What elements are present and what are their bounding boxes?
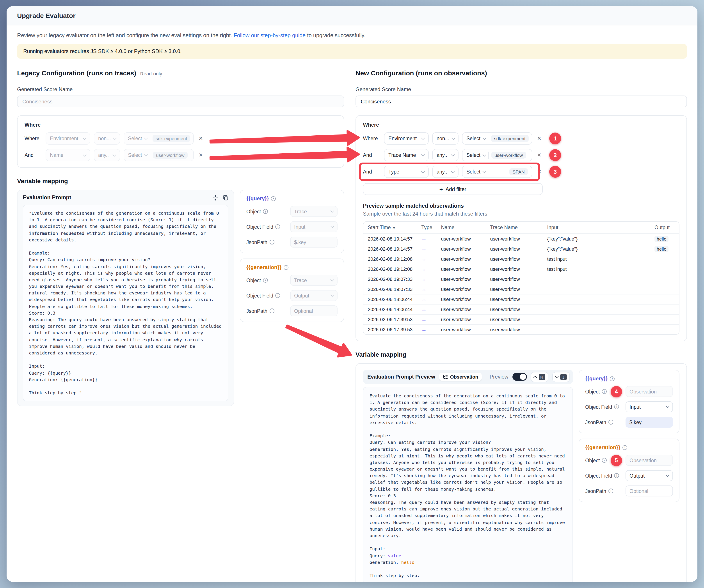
legacy-heading: Legacy Configuration (runs on traces) bbox=[17, 69, 136, 77]
column-header-output[interactable]: Output bbox=[650, 222, 679, 234]
value-select[interactable]: Selectsdk-experiment bbox=[462, 132, 532, 145]
next-shortcut-button[interactable]: J bbox=[552, 372, 570, 382]
intro-text: Review your legacy evaluator on the left… bbox=[17, 32, 687, 39]
observation-row[interactable]: 2026-02-08 19:07:33 ↔ user-workflow user… bbox=[363, 284, 679, 294]
column-select[interactable]: Type bbox=[384, 166, 429, 178]
object-field-select[interactable]: Output bbox=[626, 470, 673, 481]
jsonpath-input[interactable]: $.key bbox=[626, 417, 673, 428]
legacy-prompt-text: "Evaluate the conciseness of the generat… bbox=[29, 210, 222, 396]
legacy-where-box: Where Where Environment non... Selectsdk… bbox=[17, 115, 344, 168]
observation-type-icon: ↔ bbox=[421, 276, 426, 282]
new-variable-panels: {{query}} Object 4 Observation Object Fi… bbox=[579, 370, 680, 502]
chevron-down-icon bbox=[421, 136, 425, 140]
remove-filter-icon bbox=[197, 135, 204, 141]
operator-select[interactable]: any.. bbox=[432, 149, 459, 161]
value-select[interactable]: SelectSPAN bbox=[462, 166, 532, 178]
annotation-badge-5: 5 bbox=[610, 455, 622, 466]
chevron-down-icon bbox=[331, 278, 334, 281]
info-icon bbox=[610, 376, 615, 381]
column-header-start-time[interactable]: Start Time▼ bbox=[363, 222, 417, 234]
evaluation-prompt-card: Evaluation Prompt "Evaluate the concisen… bbox=[17, 190, 234, 406]
step-by-step-guide-link[interactable]: Follow our step-by-step guide bbox=[234, 32, 305, 39]
observation-target-button[interactable]: Observation bbox=[439, 373, 481, 381]
info-icon bbox=[608, 420, 613, 424]
object-select: Trace bbox=[290, 206, 338, 217]
collapse-icon[interactable] bbox=[213, 195, 218, 200]
previous-shortcut-button[interactable]: K bbox=[531, 372, 548, 382]
preview-toggle-label: Preview bbox=[490, 374, 508, 380]
column-header-type[interactable]: Type bbox=[417, 222, 436, 234]
info-icon bbox=[276, 293, 280, 298]
column-header-trace-name[interactable]: Trace Name bbox=[486, 222, 543, 234]
observation-row[interactable]: 2026-02-08 19:14:57 ↔ user-workflow user… bbox=[363, 234, 679, 244]
query-value-token: value bbox=[388, 553, 401, 558]
value-select[interactable]: Selectuser-workflow bbox=[462, 149, 532, 161]
column-header-input[interactable]: Input bbox=[543, 222, 650, 234]
filter-value-chip: user-workflow bbox=[153, 151, 188, 158]
evaluation-prompt-body: "Evaluate the conciseness of the generat… bbox=[23, 205, 228, 402]
legacy-filter-row: Where Environment non... Selectsdk-exper… bbox=[24, 132, 204, 145]
info-icon bbox=[284, 265, 288, 270]
object-select: Observation bbox=[626, 386, 673, 397]
chevron-down-icon bbox=[555, 374, 559, 378]
observation-type-icon: ↔ bbox=[421, 266, 426, 272]
upgrade-evaluator-dialog: Upgrade Evaluator Review your legacy eva… bbox=[7, 6, 697, 582]
observation-type-icon: ↔ bbox=[421, 306, 426, 312]
chevron-down-icon bbox=[113, 136, 117, 140]
observations-table-body: 2026-02-08 19:14:57 ↔ user-workflow user… bbox=[363, 234, 679, 334]
add-filter-button[interactable]: Add filter bbox=[363, 183, 543, 195]
operator-select[interactable]: non... bbox=[432, 132, 459, 145]
new-where-box: Where Where Environment non... Selectsdk… bbox=[355, 115, 687, 341]
info-icon bbox=[608, 488, 613, 494]
operator-select: any.. bbox=[94, 149, 120, 161]
chevron-down-icon bbox=[331, 224, 334, 228]
chevron-down-icon bbox=[451, 169, 455, 173]
observation-type-icon: ↔ bbox=[421, 286, 426, 292]
copy-icon[interactable] bbox=[223, 195, 228, 200]
new-variable-mapping-card: Evaluation Prompt Preview Observation Pr… bbox=[355, 363, 687, 582]
observation-row[interactable]: 2026-02-06 17:39:53 ↔ user-workflow user… bbox=[363, 324, 679, 334]
chevron-down-icon bbox=[451, 153, 455, 156]
plus-icon bbox=[439, 186, 443, 193]
new-config-heading: New Configuration (runs on observations) bbox=[355, 69, 487, 77]
chevron-down-icon bbox=[451, 136, 455, 140]
column-header-name[interactable]: Name bbox=[436, 222, 486, 234]
column-select[interactable]: Environment bbox=[384, 132, 429, 145]
read-only-badge: Read-only bbox=[140, 71, 162, 76]
object-select: Trace bbox=[290, 275, 338, 286]
info-icon bbox=[276, 224, 280, 229]
prompt-preview-toolbar: Evaluation Prompt Preview Observation Pr… bbox=[363, 370, 573, 384]
jsonpath-input[interactable]: Optional bbox=[626, 485, 673, 497]
info-icon bbox=[614, 404, 619, 409]
operator-select[interactable]: any.. bbox=[432, 166, 459, 178]
chevron-down-icon bbox=[666, 473, 669, 477]
observation-type-icon: ↔ bbox=[421, 236, 426, 242]
chevron-down-icon bbox=[83, 153, 86, 156]
preview-toggle[interactable] bbox=[512, 373, 527, 381]
dialog-header: Upgrade Evaluator bbox=[7, 6, 697, 25]
new-configuration-section: New Configuration (runs on observations)… bbox=[355, 69, 687, 582]
chevron-down-icon bbox=[113, 153, 116, 156]
observation-type-icon: ↔ bbox=[421, 326, 426, 333]
observation-row[interactable]: 2026-02-06 18:06:44 ↔ user-workflow user… bbox=[363, 294, 679, 304]
query-variable-panel: {{query}} ObjectTrace Object FieldInput … bbox=[240, 190, 344, 253]
remove-filter-icon[interactable] bbox=[536, 135, 543, 141]
observation-row[interactable]: 2026-02-08 19:12:08 ↔ user-workflow user… bbox=[363, 254, 679, 264]
remove-filter-icon[interactable] bbox=[536, 169, 543, 175]
chevron-down-icon bbox=[666, 404, 669, 408]
object-select: Observation bbox=[626, 455, 673, 466]
key-k: K bbox=[538, 374, 545, 380]
legacy-score-name-input: Conciseness bbox=[17, 95, 344, 107]
observation-row[interactable]: 2026-02-06 17:39:53 ↔ user-workflow user… bbox=[363, 314, 679, 324]
observation-row[interactable]: 2026-02-08 19:12:08 ↔ user-workflow user… bbox=[363, 264, 679, 274]
new-score-name-input[interactable]: Conciseness bbox=[355, 95, 687, 107]
object-field-select[interactable]: Input bbox=[626, 401, 673, 412]
remove-filter-icon[interactable] bbox=[536, 152, 543, 158]
prompt-preview-column: Evaluation Prompt Preview Observation Pr… bbox=[363, 370, 573, 582]
column-select[interactable]: Trace Name bbox=[384, 149, 429, 161]
observation-row[interactable]: 2026-02-08 19:07:33 ↔ user-workflow user… bbox=[363, 274, 679, 284]
desktop-background: Upgrade Evaluator Review your legacy eva… bbox=[0, 0, 704, 588]
chevron-down-icon bbox=[331, 293, 334, 297]
observation-row[interactable]: 2026-02-06 18:06:44 ↔ user-workflow user… bbox=[363, 304, 679, 314]
observation-row[interactable]: 2026-02-08 19:14:57 ↔ user-workflow user… bbox=[363, 244, 679, 254]
